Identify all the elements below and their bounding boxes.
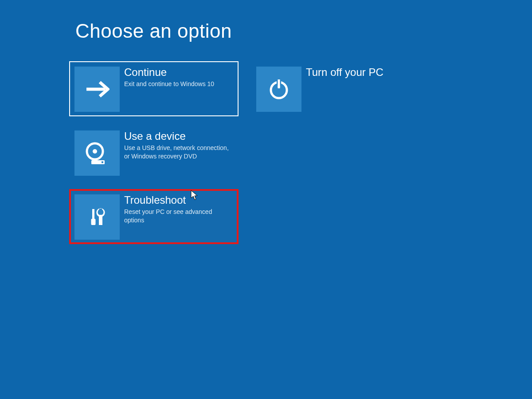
tools-icon bbox=[74, 194, 120, 240]
troubleshoot-button[interactable]: Troubleshoot Reset your PC or see advanc… bbox=[69, 189, 239, 244]
troubleshoot-desc: Reset your PC or see advanced options bbox=[124, 208, 233, 225]
power-icon bbox=[256, 67, 301, 112]
turn-off-title: Turn off your PC bbox=[306, 67, 415, 78]
svg-rect-7 bbox=[102, 162, 103, 163]
continue-button[interactable]: Continue Exit and continue to Windows 10 bbox=[69, 61, 239, 116]
use-a-device-desc: Use a USB drive, network connection, or … bbox=[124, 144, 233, 161]
svg-rect-9 bbox=[91, 219, 96, 225]
svg-point-5 bbox=[93, 149, 97, 154]
options-grid: Continue Exit and continue to Windows 10… bbox=[69, 61, 420, 244]
troubleshoot-title: Troubleshoot bbox=[124, 194, 233, 206]
turn-off-button[interactable]: Turn off your PC bbox=[251, 61, 420, 116]
use-a-device-title: Use a device bbox=[124, 130, 233, 142]
use-a-device-button[interactable]: Use a device Use a USB drive, network co… bbox=[69, 125, 239, 180]
continue-desc: Exit and continue to Windows 10 bbox=[124, 80, 233, 88]
page-title: Choose an option bbox=[75, 20, 232, 42]
continue-title: Continue bbox=[124, 67, 233, 78]
svg-rect-3 bbox=[278, 79, 280, 87]
svg-rect-8 bbox=[92, 209, 94, 219]
disc-device-icon bbox=[74, 130, 120, 176]
arrow-right-icon bbox=[74, 67, 120, 112]
